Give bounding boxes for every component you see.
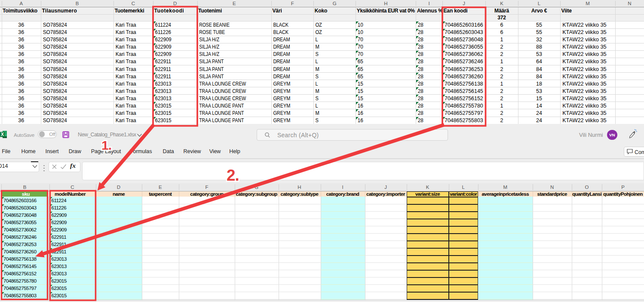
svg-text:1.: 1. [101, 138, 111, 152]
svg-text:2.: 2. [227, 166, 239, 184]
